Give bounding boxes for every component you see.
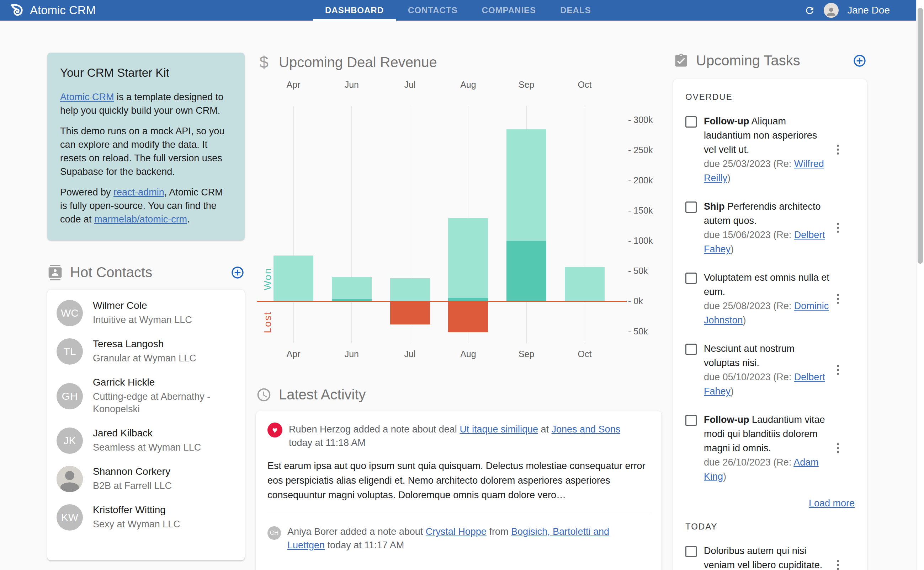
task-kebab-menu-icon[interactable]	[834, 412, 842, 484]
contact-info: Kristoffer WittingSexy at Wyman LLC	[93, 504, 180, 530]
task-section-label: OVERDUE	[685, 92, 857, 102]
chart-won-axis-label: Won	[262, 254, 274, 304]
chart-bar-expected[interactable]	[448, 218, 488, 301]
task-contact-link[interactable]: Delbert Fahey	[704, 372, 825, 397]
contact-list-item[interactable]: GHGarrick HickleCutting-edge at Abernath…	[47, 371, 245, 421]
latest-activity-title: Latest Activity	[279, 387, 661, 403]
contact-list-item[interactable]: Shannon CorkeryB2B at Farrell LLC	[47, 460, 245, 498]
add-contact-button[interactable]	[231, 265, 245, 280]
refresh-icon[interactable]	[804, 5, 815, 16]
chart-y-tick: - 150k	[628, 205, 653, 216]
task-checkbox[interactable]	[685, 344, 697, 355]
activity-link[interactable]: Crystal Hoppe	[426, 526, 487, 537]
task-kebab-menu-icon[interactable]	[834, 114, 842, 185]
activity-text: today at 11:18 AM	[289, 437, 366, 448]
task-kebab-menu-icon[interactable]	[834, 270, 842, 327]
load-more-link[interactable]: Load more	[809, 498, 855, 509]
starter-kit-link[interactable]: Atomic CRM	[60, 92, 114, 102]
starter-kit-text: Powered by	[60, 187, 114, 198]
chart-bar-won[interactable]	[506, 241, 546, 301]
chart-bar-expected[interactable]	[332, 277, 372, 301]
chart-month-label-top: Oct	[560, 80, 610, 90]
contact-list-item[interactable]: WCWilmer ColeIntuitive at Wyman LLC	[47, 294, 245, 332]
chart-month-label-top: Jun	[327, 80, 377, 90]
task-title-prefix: Follow-up	[704, 116, 749, 127]
task-contact-link[interactable]: Wilfred Reilly	[704, 158, 824, 183]
right-column: Upcoming Tasks OVERDUEFollow-up Aliquam …	[673, 53, 867, 570]
chart-lost-axis-label: Lost	[262, 297, 274, 347]
chart-y-tick: - 50k	[628, 326, 648, 337]
chart-month-label-bottom: Oct	[560, 349, 610, 359]
nav-tab-companies[interactable]: COMPANIES	[470, 0, 549, 21]
contact-info: Shannon CorkeryB2B at Farrell LLC	[93, 466, 172, 492]
starter-kit-link[interactable]: marmelab/atomic-crm	[94, 214, 187, 225]
activity-text: today at 11:17 AM	[325, 540, 404, 550]
task-kebab-menu-icon[interactable]	[834, 342, 842, 398]
chart-bar-lost[interactable]	[448, 301, 488, 332]
task-text: Nesciunt aut nostrum voluptas nisi.due 0…	[704, 342, 830, 398]
task-checkbox[interactable]	[685, 116, 697, 127]
latest-activity-header: Latest Activity	[256, 387, 661, 403]
chart-bar-expected[interactable]	[565, 267, 605, 301]
task-title: Voluptatem est omnis nulla et eum.	[704, 270, 830, 299]
chart-y-tick: - 100k	[628, 236, 653, 246]
task-checkbox[interactable]	[685, 201, 697, 213]
activity-link[interactable]: Jones and Sons	[552, 424, 621, 435]
company-heart-icon: ♥	[268, 423, 282, 437]
chart-gridline	[351, 106, 352, 343]
task-contact-link[interactable]: Delbert Fahey	[704, 230, 825, 254]
add-task-button[interactable]	[853, 54, 867, 68]
contact-role: Granular at Wyman LLC	[93, 352, 196, 365]
chart-y-tick: - 0k	[628, 296, 643, 306]
chart-y-tick: - 200k	[628, 175, 653, 185]
task-text: Follow-up Laudantium vitae modi qui blan…	[704, 412, 830, 484]
task-item: Follow-up Aliquam laudantium non asperio…	[683, 114, 857, 185]
contact-name: Teresa Langosh	[93, 338, 196, 350]
task-checkbox[interactable]	[685, 415, 697, 426]
task-section-label: TODAY	[685, 522, 857, 532]
activity-entry-text: Aniya Borer added a note about Crystal H…	[288, 525, 643, 552]
tasks-icon	[673, 53, 689, 69]
chart-month-label-bottom: Apr	[269, 349, 318, 359]
chart-bar-expected[interactable]	[274, 256, 313, 301]
task-text: Follow-up Aliquam laudantium non asperio…	[704, 114, 830, 185]
contact-list-item[interactable]: TLTeresa LangoshGranular at Wyman LLC	[47, 332, 245, 371]
contacts-icon	[47, 265, 63, 280]
contact-list-item[interactable]: KWKristoffer WittingSexy at Wyman LLC	[47, 498, 245, 536]
task-contact-link[interactable]: Adam King	[704, 457, 819, 482]
contact-photo-avatar	[57, 466, 83, 492]
chart-month-label-bottom: Aug	[443, 349, 493, 359]
nav-tab-contacts[interactable]: CONTACTS	[396, 0, 470, 21]
chart-bar-lost[interactable]	[390, 301, 430, 325]
starter-kit-card: Your CRM Starter Kit Atomic CRM is a tem…	[47, 53, 245, 240]
task-title: Doloribus autem qui nisi veniam vel libe…	[704, 544, 830, 570]
hot-contacts-card: WCWilmer ColeIntuitive at Wyman LLCTLTer…	[47, 290, 245, 561]
chart-y-tick: - 300k	[628, 115, 653, 125]
starter-kit-link[interactable]: react-admin	[114, 187, 165, 198]
nav-tab-deals[interactable]: DEALS	[548, 0, 603, 21]
chart-month-label-top: Sep	[501, 80, 551, 90]
user-name: Jane Doe	[847, 5, 890, 16]
task-checkbox[interactable]	[685, 273, 697, 284]
task-due: due 25/03/2023 (Re: Wilfred Reilly)	[704, 157, 830, 185]
page-scrollbar-track[interactable]	[916, 0, 924, 570]
activity-link[interactable]: Ut itaque similique	[460, 424, 538, 435]
chart-month-label-bottom: Jul	[385, 349, 435, 359]
load-more-row: Load more	[683, 498, 855, 509]
activity-text: at	[538, 424, 552, 435]
task-checkbox[interactable]	[685, 546, 697, 557]
task-kebab-menu-icon[interactable]	[834, 199, 842, 256]
contact-role: Sexy at Wyman LLC	[93, 518, 180, 530]
page-scrollbar-thumb[interactable]	[918, 8, 923, 264]
deal-revenue-header: $ Upcoming Deal Revenue	[256, 53, 661, 72]
nav-tab-dashboard[interactable]: DASHBOARD	[313, 0, 396, 21]
contact-list-item[interactable]: JKJared KilbackSeamless at Wyman LLC	[47, 421, 245, 460]
contact-info: Jared KilbackSeamless at Wyman LLC	[93, 428, 201, 454]
brand[interactable]: Atomic CRM	[10, 0, 96, 21]
user-avatar[interactable]	[824, 3, 839, 18]
center-column: $ Upcoming Deal Revenue AprAprJunJunJulJ…	[256, 53, 661, 570]
task-kebab-menu-icon[interactable]	[834, 544, 842, 570]
task-contact-link[interactable]: Dominic Johnston	[704, 300, 829, 325]
chart-bar-expected[interactable]	[390, 278, 430, 301]
task-title-prefix: Follow-up	[704, 414, 749, 425]
